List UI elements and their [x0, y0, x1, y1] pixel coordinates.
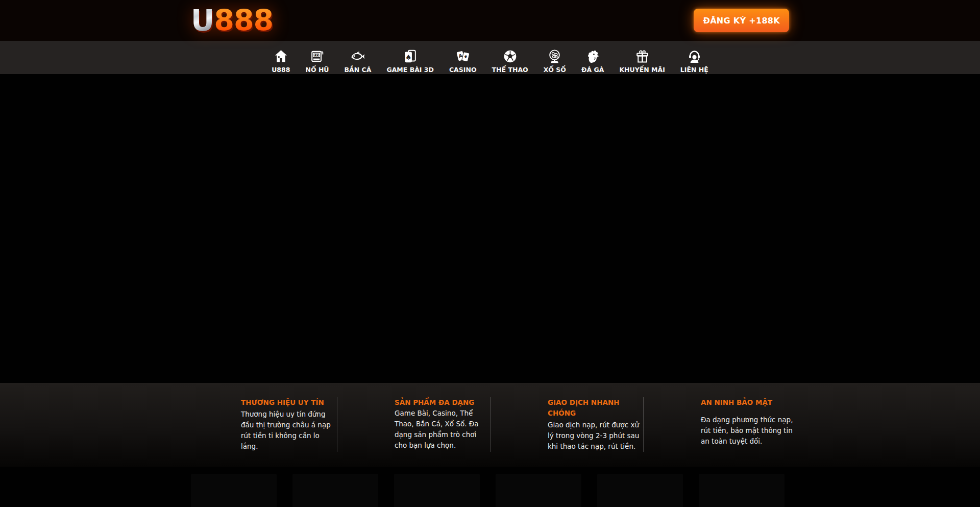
- footer-logo-strip: [0, 474, 980, 507]
- nav-label: XỔ SỐ: [544, 66, 566, 74]
- nav-label: ĐÁ GÀ: [581, 66, 604, 74]
- card-spade-icon: ♠: [401, 47, 420, 65]
- fish-icon: [349, 47, 367, 65]
- nav-label: GAME BÀI 3D: [386, 66, 434, 74]
- feature-heading: GIAO DỊCH NHANH CHÓNG: [548, 397, 643, 419]
- home-icon: [272, 47, 290, 65]
- nav-label: BẮN CÁ: [345, 66, 372, 74]
- provider-logo-placeholder: [699, 474, 785, 507]
- main-nav: U888 777 NỔ HŨ: [0, 41, 980, 74]
- provider-logo-placeholder: [496, 474, 581, 507]
- feature-fast-transactions: GIAO DỊCH NHANH CHÓNG Giao dịch nạp, rút…: [490, 397, 643, 452]
- feature-heading: AN NINH BẢO MẬT: [701, 397, 796, 408]
- u888-homepage: U888 ĐĂNG KÝ +188K U888 777 NỔ HŨ: [0, 0, 980, 507]
- u888-logo[interactable]: U888: [191, 6, 273, 35]
- footer-features: THƯƠNG HIỆU UY TÍN Thương hiệu uy tín đứ…: [0, 383, 980, 467]
- nav-item-xo-so[interactable]: XỔ SỐ: [544, 41, 566, 74]
- nav-item-the-thao[interactable]: THỂ THAO: [492, 41, 528, 74]
- headset-icon: [685, 47, 703, 65]
- soccer-ball-icon: [501, 47, 519, 65]
- playing-cards-icon: A ♦: [454, 47, 472, 65]
- feature-product-variety: SẢN PHẨM ĐA DẠNG Game Bài, Casino, Thể T…: [337, 397, 490, 452]
- svg-text:777: 777: [313, 53, 320, 56]
- nav-label: KHUYẾN MÃI: [619, 66, 665, 74]
- provider-logo-placeholder: [394, 474, 480, 507]
- feature-body: Giao dịch nạp, rút được xử lý trong vòng…: [548, 421, 639, 450]
- nav-item-casino[interactable]: A ♦ CASINO: [449, 41, 477, 74]
- rooster-icon: [583, 47, 602, 65]
- feature-heading: SẢN PHẨM ĐA DẠNG: [395, 398, 474, 406]
- nav-item-ban-ca[interactable]: BẮN CÁ: [345, 41, 372, 74]
- feature-heading: THƯƠNG HIỆU UY TÍN: [241, 397, 336, 408]
- top-header: U888 ĐĂNG KÝ +188K: [0, 0, 980, 41]
- nav-label: LIÊN HỆ: [680, 66, 708, 74]
- nav-label: NỔ HŨ: [305, 66, 329, 74]
- logo-text-888: 888: [214, 4, 273, 37]
- feature-brand-trust: THƯƠNG HIỆU UY TÍN Thương hiệu uy tín đứ…: [184, 397, 337, 452]
- nav-item-no-hu[interactable]: 777 NỔ HŨ: [305, 41, 329, 74]
- slot-machine-icon: 777: [308, 47, 326, 65]
- provider-logo-placeholder: [597, 474, 683, 507]
- nav-label: CASINO: [449, 66, 477, 74]
- register-button[interactable]: ĐĂNG KÝ +188K: [694, 9, 789, 32]
- nav-item-khuyen-mai[interactable]: KHUYẾN MÃI: [619, 41, 665, 74]
- feature-body: Thương hiệu uy tín đứng đầu thị trường c…: [241, 410, 331, 450]
- nav-item-lien-he[interactable]: LIÊN HỆ: [680, 41, 708, 74]
- provider-logo-placeholder: [191, 474, 277, 507]
- provider-logo-placeholder: [292, 474, 378, 507]
- svg-text:♠: ♠: [405, 53, 411, 61]
- nav-item-u888[interactable]: U888: [272, 41, 290, 74]
- nav-label: THỂ THAO: [492, 66, 528, 74]
- feature-body: Đa dạng phương thức nạp, rút tiền, bảo m…: [701, 415, 796, 447]
- gift-icon: [633, 47, 651, 65]
- lottery-machine-icon: [546, 47, 564, 65]
- feature-security: AN NINH BẢO MẬT Đa dạng phương thức nạp,…: [643, 397, 796, 452]
- feature-body: Game Bài, Casino, Thể Thao, Bắn Cá, Xổ S…: [395, 409, 479, 449]
- nav-item-da-ga[interactable]: ĐÁ GÀ: [581, 41, 604, 74]
- nav-label: U888: [272, 66, 290, 74]
- main-content-area: [0, 74, 980, 383]
- logo-text-u: U: [191, 4, 214, 37]
- nav-item-game-bai-3d[interactable]: ♠ GAME BÀI 3D: [386, 41, 434, 74]
